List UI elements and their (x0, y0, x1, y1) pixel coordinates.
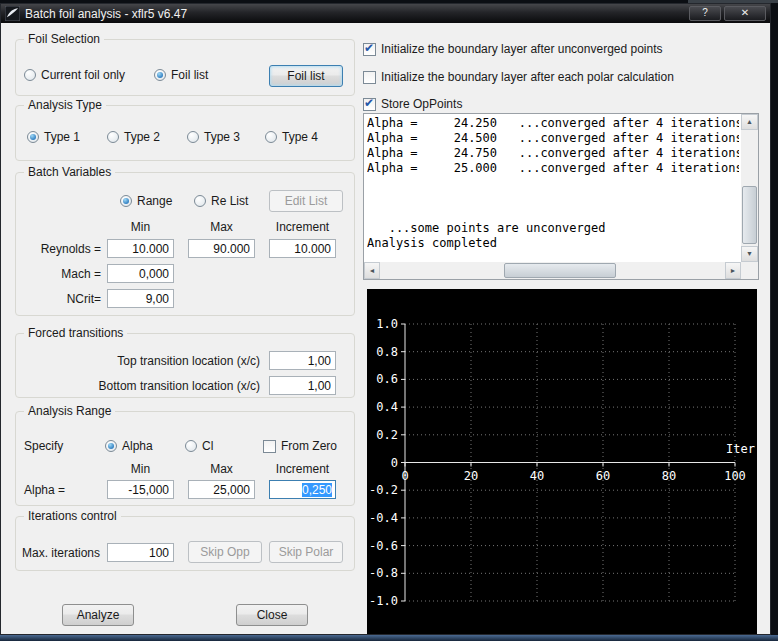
radio-icon (105, 440, 117, 452)
re-list-radio[interactable]: Re List (194, 193, 248, 209)
bottom-transition-label: Bottom transition location (x/c) (22, 379, 260, 393)
init-bl-unconverged-checkbox[interactable]: ✔ Initialize the boundary layer after un… (363, 41, 663, 57)
scroll-right-icon[interactable]: ► (725, 262, 741, 279)
type4-label: Type 4 (282, 130, 318, 144)
alpha-min-input[interactable] (107, 480, 174, 499)
graph-canvas: 0204060801001.00.80.60.40.20-0.2-0.4-0.6… (367, 289, 757, 634)
scroll-down-icon[interactable]: ▼ (741, 246, 758, 262)
store-oppoints-checkbox[interactable]: ✔ Store OpPoints (363, 96, 462, 112)
type3-label: Type 3 (204, 130, 240, 144)
ncrit-input[interactable] (107, 289, 174, 308)
checkbox-icon: ✔ (363, 98, 376, 111)
output-line (367, 176, 739, 191)
horizontal-scrollbar[interactable]: ◄ ► (364, 262, 741, 279)
iterations-control-title: Iterations control (24, 509, 121, 523)
cl-option-label: Cl (202, 439, 213, 453)
reynolds-increment-input[interactable] (269, 239, 336, 258)
top-transition-input[interactable] (269, 351, 336, 370)
close-button[interactable]: Close (236, 604, 308, 626)
svg-text:-0.2: -0.2 (369, 483, 398, 497)
svg-text:60: 60 (596, 469, 610, 483)
ncrit-label: NCrit= (16, 292, 101, 306)
alpha-max-input[interactable] (188, 480, 255, 499)
batch-analysis-dialog: Batch foil analysis - xflr5 v6.47 ? ✕ Fo… (0, 3, 771, 635)
analysis-type-group: Analysis Type Type 1 Type 2 Type 3 Type … (15, 105, 355, 161)
alpha-row-label: Alpha = (24, 483, 65, 497)
output-line: Alpha = 25.000 ...converged after 4 iter… (367, 161, 739, 176)
type3-radio[interactable]: Type 3 (187, 129, 240, 145)
analysis-range-title: Analysis Range (24, 404, 115, 418)
alpha-radio[interactable]: Alpha (105, 438, 153, 454)
convergence-graph[interactable]: 0204060801001.00.80.60.40.20-0.2-0.4-0.6… (367, 289, 757, 634)
type2-label: Type 2 (124, 130, 160, 144)
reynolds-max-input[interactable] (188, 239, 255, 258)
reynolds-label: Reynolds = (16, 242, 101, 256)
max-iterations-input[interactable] (107, 543, 174, 562)
skip-opp-button[interactable]: Skip Opp (188, 541, 262, 563)
check-icon: ✔ (364, 41, 374, 55)
svg-text:0.6: 0.6 (376, 372, 398, 386)
type2-radio[interactable]: Type 2 (107, 129, 160, 145)
title-bar[interactable]: Batch foil analysis - xflr5 v6.47 ? ✕ (1, 4, 770, 23)
output-line (367, 191, 739, 206)
radio-icon (194, 195, 206, 207)
app-icon (5, 6, 20, 21)
analysis-type-title: Analysis Type (24, 98, 106, 112)
scroll-up-icon[interactable]: ▲ (741, 114, 758, 130)
foil-list-radio[interactable]: Foil list (154, 67, 208, 83)
iterations-control-group: Iterations control Max. iterations Skip … (15, 516, 355, 571)
increment-column-header: Increment (269, 462, 336, 476)
init-bl-each-polar-label: Initialize the boundary layer after each… (381, 70, 674, 84)
min-column-header: Min (107, 220, 174, 234)
cl-radio[interactable]: Cl (185, 438, 213, 454)
svg-text:80: 80 (662, 469, 676, 483)
current-foil-radio[interactable]: Current foil only (24, 67, 125, 83)
from-zero-label: From Zero (281, 439, 337, 453)
edit-list-button[interactable]: Edit List (269, 190, 343, 212)
increment-column-header: Increment (269, 220, 336, 234)
taskbar-strip (0, 635, 778, 641)
output-line: Analysis completed (367, 236, 739, 251)
vertical-scroll-thumb[interactable] (742, 186, 757, 244)
type4-radio[interactable]: Type 4 (265, 129, 318, 145)
max-column-header: Max (188, 462, 255, 476)
type1-radio[interactable]: Type 1 (27, 129, 80, 145)
close-window-button[interactable]: ✕ (724, 6, 766, 21)
scroll-left-icon[interactable]: ◄ (364, 262, 380, 279)
horizontal-scroll-thumb[interactable] (504, 263, 616, 278)
alpha-increment-input[interactable]: 0,250 (269, 480, 336, 499)
radio-icon (185, 440, 197, 452)
svg-text:0: 0 (391, 456, 398, 470)
init-bl-unconverged-label: Initialize the boundary layer after unco… (381, 42, 663, 56)
reynolds-min-input[interactable] (107, 239, 174, 258)
svg-text:100: 100 (724, 469, 746, 483)
selected-text: 0,250 (302, 483, 332, 497)
analyze-button[interactable]: Analyze (62, 604, 134, 626)
output-line: Alpha = 24.750 ...converged after 4 iter… (367, 146, 739, 161)
svg-text:-0.6: -0.6 (369, 539, 398, 553)
max-iterations-label: Max. iterations (22, 546, 100, 560)
re-list-label: Re List (211, 194, 248, 208)
specify-label: Specify (24, 439, 63, 453)
range-radio[interactable]: Range (120, 193, 172, 209)
min-column-header: Min (107, 462, 174, 476)
init-bl-each-polar-checkbox[interactable]: Initialize the boundary layer after each… (363, 69, 674, 85)
forced-transitions-group: Forced transitions Top transition locati… (15, 333, 355, 398)
foil-list-button[interactable]: Foil list (269, 65, 343, 87)
help-button[interactable]: ? (689, 6, 721, 21)
output-text: Alpha = 24.250 ...converged after 4 iter… (367, 116, 739, 260)
foil-selection-title: Foil Selection (24, 32, 104, 46)
output-line: Alpha = 24.250 ...converged after 4 iter… (367, 116, 739, 131)
vertical-scrollbar[interactable]: ▲ ▼ (741, 114, 758, 262)
alpha-option-label: Alpha (122, 439, 153, 453)
output-line: Alpha = 24.500 ...converged after 4 iter… (367, 131, 739, 146)
skip-polar-button[interactable]: Skip Polar (269, 541, 343, 563)
svg-text:-0.8: -0.8 (369, 566, 398, 580)
bottom-transition-input[interactable] (269, 376, 336, 395)
range-label: Range (137, 194, 172, 208)
scrollbar-corner (741, 262, 758, 279)
radio-icon (120, 195, 132, 207)
from-zero-checkbox[interactable]: From Zero (263, 438, 337, 454)
mach-input[interactable] (107, 264, 174, 283)
svg-text:-1.0: -1.0 (369, 594, 398, 608)
